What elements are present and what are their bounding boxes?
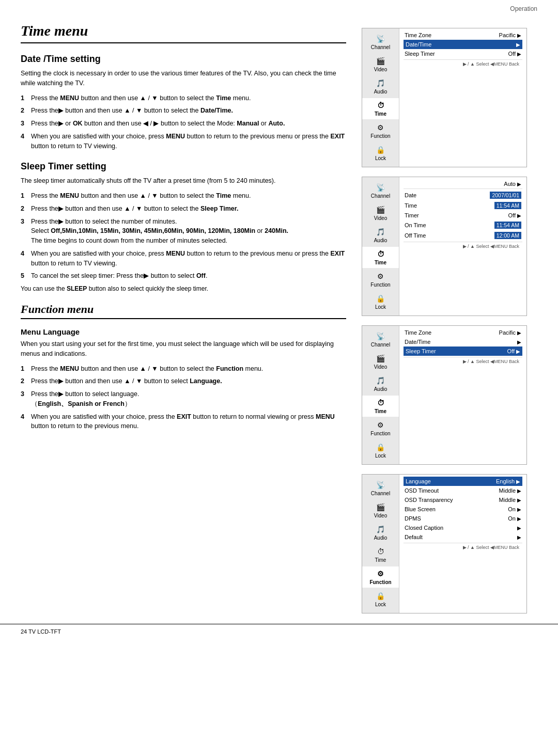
datetime-desc: Setting the clock is necessary in order … xyxy=(21,69,346,88)
tv-row-default: Default ▶ xyxy=(404,532,522,542)
tv-panel-2-inner: 📡 Channel 🎬 Video 🎵 Audio ⏱ Time xyxy=(362,177,526,316)
lock-icon-3: 🔒 xyxy=(375,443,386,452)
sidebar-video-1: 🎬 Video xyxy=(362,54,399,75)
tv-row-closed-caption: Closed Caption ▶ xyxy=(404,523,522,532)
sidebar-video-2: 🎬 Video xyxy=(362,202,399,224)
sidebar-audio-1: 🎵 Audio xyxy=(362,76,399,97)
tv-content-3: Time Zone Pacific ▶ Date/Time ▶ Sleep Ti… xyxy=(399,326,526,464)
tv-sidebar-2: 📡 Channel 🎬 Video 🎵 Audio ⏱ Time xyxy=(362,177,399,316)
function-icon-4: ⚙ xyxy=(375,569,386,578)
tv-panel-4: 📡 Channel 🎬 Video 🎵 Audio ⏱ Time xyxy=(362,474,527,613)
tv-row-osd-transparency: OSD Transparency Middle ▶ xyxy=(404,495,522,505)
step-item: 4 When you are satisfied with your choic… xyxy=(21,132,346,151)
sidebar-channel-4: 📡 Channel xyxy=(362,478,399,499)
sidebar-time-3: ⏱ Time xyxy=(362,396,399,417)
sleep-steps: 1 Press the MENU button and then use ▲ /… xyxy=(21,191,346,281)
step-item: 4 When you are satisfied with your choic… xyxy=(21,249,346,269)
tv-footer-4: ▶ / ▲ Select ◀MENU Back xyxy=(404,543,522,552)
tv-panel-3: 📡 Channel 🎬 Video 🎵 Audio ⏱ Time xyxy=(362,325,527,465)
step-item: 1 Press the MENU button and then use ▲ /… xyxy=(21,364,346,374)
sidebar-time-1: ⏱ Time xyxy=(362,98,399,119)
sidebar-function-4: ⚙ Function xyxy=(362,566,399,588)
time-icon-3: ⏱ xyxy=(375,398,386,407)
time-icon: ⏱ xyxy=(375,101,386,110)
tv-row-ontime: On Time 11:54 AM xyxy=(404,220,522,230)
subsection-title-language: Menu Language xyxy=(21,327,346,336)
section-title-datetime: Date /Time setting xyxy=(21,54,346,65)
channel-icon-3: 📡 xyxy=(375,332,386,341)
tv-content-1: Time Zone Pacific ▶ Date/Time ▶ Sleep Ti… xyxy=(399,28,526,167)
sidebar-time-4: ⏱ Time xyxy=(362,544,399,565)
step-item: 3 Press the▶ button to select the number… xyxy=(21,217,346,246)
tv-row-osd-timeout: OSD Timeout Middle ▶ xyxy=(404,486,522,495)
tv-content-4: Language English ▶ OSD Timeout Middle ▶ … xyxy=(399,475,526,613)
tv-row-auto: Auto ▶ xyxy=(404,179,522,189)
audio-icon-2: 🎵 xyxy=(375,227,386,237)
step-item: 1 Press the MENU button and then use ▲ /… xyxy=(21,93,346,103)
tv-panel-1-inner: 📡 Channel 🎬 Video 🎵 Audio ⏱ Time xyxy=(362,28,526,167)
tv-panel-1: 📡 Channel 🎬 Video 🎵 Audio ⏱ Time xyxy=(362,28,527,167)
right-column: 📡 Channel 🎬 Video 🎵 Audio ⏱ Time xyxy=(362,12,537,613)
tv-row-datetime: Date/Time ▶ xyxy=(404,40,522,49)
function-icon: ⚙ xyxy=(375,123,386,132)
sidebar-lock-1: 🔒 Lock xyxy=(362,143,399,164)
sidebar-channel-3: 📡 Channel xyxy=(362,329,399,350)
footer-text: 24 TV LCD-TFT xyxy=(21,628,61,635)
sidebar-lock-2: 🔒 Lock xyxy=(362,291,399,312)
section-title-sleep: Sleep Timer setting xyxy=(21,161,346,172)
step-item: 5 To cancel the set sleep timer: Press t… xyxy=(21,271,346,281)
tv-row-date: Date 2007/01/01 xyxy=(404,190,522,200)
sidebar-function-2: ⚙ Function xyxy=(362,269,399,290)
step-item: 3 Press the▶ or OK button and then use ◀… xyxy=(21,119,346,129)
tv-footer-3: ▶ / ▲ Select ◀MENU Back xyxy=(404,357,522,366)
sidebar-lock-4: 🔒 Lock xyxy=(362,589,399,610)
tv-row-blue-screen: Blue Screen On ▶ xyxy=(404,505,522,514)
audio-icon: 🎵 xyxy=(375,78,386,88)
sidebar-time-2: ⏱ Time xyxy=(362,247,399,268)
main-container: Time menu Date /Time setting Setting the… xyxy=(0,12,558,613)
lock-icon-4: 🔒 xyxy=(375,591,386,601)
tv-content-2: Auto ▶ Date 2007/01/01 Time 11:54 AM Tim… xyxy=(399,177,526,316)
sleep-note: You can use the SLEEP button also to sel… xyxy=(21,284,346,293)
channel-icon-2: 📡 xyxy=(375,183,386,192)
function-icon-2: ⚙ xyxy=(375,272,386,281)
tv-sidebar-1: 📡 Channel 🎬 Video 🎵 Audio ⏱ Time xyxy=(362,28,399,167)
step-item: 4 When you are satisfied with your choic… xyxy=(21,412,346,432)
left-column: Time menu Date /Time setting Setting the… xyxy=(21,12,346,613)
video-icon-3: 🎬 xyxy=(375,354,386,363)
tv-row-sleep: Sleep Timer Off ▶ xyxy=(404,49,522,58)
tv-row-sleep-3: Sleep Timer Off ▶ xyxy=(404,346,522,356)
channel-icon: 📡 xyxy=(375,34,386,43)
channel-icon-4: 📡 xyxy=(375,480,386,490)
lock-icon: 🔒 xyxy=(375,145,386,154)
tv-sidebar-4: 📡 Channel 🎬 Video 🎵 Audio ⏱ Time xyxy=(362,475,399,613)
sleep-desc: The sleep timer automatically shuts off … xyxy=(21,176,346,186)
sidebar-audio-3: 🎵 Audio xyxy=(362,373,399,395)
page-footer: 24 TV LCD-TFT xyxy=(0,624,558,639)
tv-row-timer: Timer Off ▶ xyxy=(404,211,522,220)
tv-row-time: Time 11:54 AM xyxy=(404,200,522,211)
tv-panel-4-inner: 📡 Channel 🎬 Video 🎵 Audio ⏱ Time xyxy=(362,475,526,613)
function-desc: When you start using your set for the fi… xyxy=(21,339,346,359)
tv-panel-2: 📡 Channel 🎬 Video 🎵 Audio ⏱ Time xyxy=(362,177,527,316)
sidebar-video-4: 🎬 Video xyxy=(362,500,399,521)
step-item: 2 Press the▶ button and then use ▲ / ▼ b… xyxy=(21,204,346,214)
tv-footer-2: ▶ / ▲ Select ◀MENU Back xyxy=(404,242,522,250)
sidebar-audio-2: 🎵 Audio xyxy=(362,225,399,246)
time-icon-2: ⏱ xyxy=(375,249,386,259)
audio-icon-4: 🎵 xyxy=(375,525,386,534)
lock-icon-2: 🔒 xyxy=(375,294,386,303)
page-header: Operation xyxy=(0,0,558,12)
tv-sidebar-3: 📡 Channel 🎬 Video 🎵 Audio ⏱ Time xyxy=(362,326,399,464)
tv-panel-3-inner: 📡 Channel 🎬 Video 🎵 Audio ⏱ Time xyxy=(362,326,526,464)
step-item: 3 Press the▶ button to select language.（… xyxy=(21,389,346,409)
datetime-steps: 1 Press the MENU button and then use ▲ /… xyxy=(21,93,346,151)
time-icon-4: ⏱ xyxy=(375,547,386,556)
step-item: 1 Press the MENU button and then use ▲ /… xyxy=(21,191,346,201)
function-icon-3: ⚙ xyxy=(375,420,386,430)
sidebar-lock-3: 🔒 Lock xyxy=(362,440,399,461)
tv-row-timezone-3: Time Zone Pacific ▶ xyxy=(404,328,522,337)
sidebar-function-1: ⚙ Function xyxy=(362,120,399,141)
step-item: 2 Press the▶ button and then use ▲ / ▼ b… xyxy=(21,106,346,116)
tv-row-language: Language English ▶ xyxy=(404,477,522,486)
